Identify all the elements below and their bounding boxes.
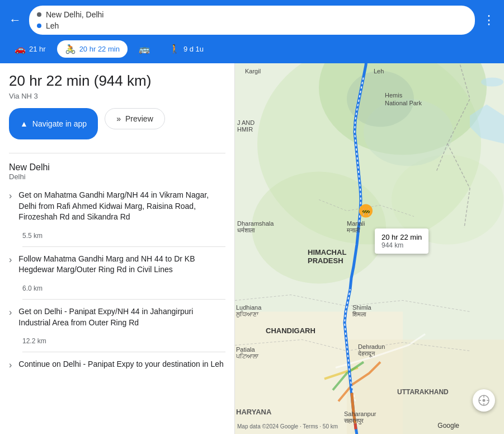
manali-label: Manaliमनाली — [347, 220, 365, 234]
from-dot-icon — [37, 12, 41, 17]
action-buttons: ▲ Navigate in app » Preview — [9, 108, 225, 139]
route-via: Via NH 3 — [9, 92, 225, 100]
more-button[interactable]: ⋮ — [481, 11, 497, 30]
start-location-name: New Delhi — [9, 162, 225, 172]
step-text-1: Get on Mahatma Gandhi Marg/NH 44 in Vikr… — [18, 190, 225, 223]
patiala-label: Patialaਪਟਿਆਲਾ — [236, 346, 258, 360]
main-content: 20 hr 22 min (944 km) Via NH 3 ▲ Navigat… — [0, 63, 504, 434]
jammu-label: J ANDHMIR — [237, 119, 255, 133]
dehradun-label: Dehradunदेहरादून — [358, 343, 385, 357]
step-item-4: › Continue on Delhi - Panipat Expy to yo… — [0, 352, 234, 377]
tab-car-label: 21 hr — [29, 45, 46, 53]
map-attribution: Map data ©2024 Google · Terms · 50 km — [237, 423, 338, 430]
shimla-label: Shimlaशिमला — [352, 304, 371, 318]
walk-icon: 🚶 — [169, 44, 180, 54]
bike-icon: 🚴 — [65, 44, 76, 54]
tab-transit[interactable]: 🚌 — [131, 40, 158, 58]
step-item-1: › Get on Mahatma Gandhi Marg/NH 44 in Vi… — [0, 183, 234, 230]
to-dot-icon — [37, 24, 41, 28]
to-label: Leh — [46, 21, 59, 30]
route-summary: 20 hr 22 min (944 km) Via NH 3 ▲ Navigat… — [0, 63, 234, 153]
back-button[interactable]: ← — [7, 11, 23, 30]
navigate-button[interactable]: ▲ Navigate in app — [9, 108, 98, 139]
step-text-3: Get on Delhi - Panipat Expy/NH 44 in Jah… — [18, 306, 225, 328]
hemis-label: HemisNational Park — [385, 91, 422, 108]
dharamshala-label: Dharamshalaधर्मशाला — [237, 220, 274, 234]
google-logo: Google — [437, 422, 459, 430]
location-icon — [478, 394, 490, 407]
route-info-duration: 20 hr 22 min — [381, 233, 422, 241]
route-to: Leh — [37, 21, 467, 30]
route-duration: 20 hr 22 min (944 km) — [9, 72, 225, 90]
route-info-distance: 944 km — [381, 241, 422, 249]
preview-label: Preview — [125, 114, 153, 123]
svg-point-15 — [481, 78, 503, 87]
left-panel: 20 hr 22 min (944 km) Via NH 3 ▲ Navigat… — [0, 63, 235, 434]
kargil-label: Kargil — [245, 68, 261, 74]
step-text-2: Follow Mahatma Gandhi Marg and NH 44 to … — [18, 254, 225, 276]
svg-point-17 — [483, 399, 486, 402]
navigate-label: Navigate in app — [32, 119, 87, 128]
preview-icon: » — [116, 114, 121, 123]
compass-button[interactable] — [473, 389, 495, 412]
transport-tabs: 🚗 21 hr 🚴 20 hr 22 min 🚌 🚶 9 d 1u — [0, 40, 504, 63]
svg-text:🚧: 🚧 — [362, 207, 370, 216]
navigate-icon: ▲ — [20, 119, 28, 128]
chandigarh-label: CHANDIGARH — [266, 326, 315, 335]
tab-car[interactable]: 🚗 21 hr — [7, 40, 54, 58]
haryana-label: HARYANA — [236, 408, 271, 416]
chevron-icon-4: › — [9, 360, 12, 370]
chevron-icon-2: › — [9, 255, 12, 265]
uttarakhand-label: UTTARAKHAND — [397, 388, 449, 396]
ludhiana-label: Ludhianaਲੁਧਿਆਣਾ — [236, 304, 261, 318]
start-location-sub: Delhi — [9, 172, 225, 181]
step-text-4: Continue on Delhi - Panipat Expy to your… — [18, 359, 225, 370]
tab-walk-label: 9 d 1u — [183, 45, 204, 53]
chevron-icon-1: › — [9, 191, 12, 201]
car-icon: 🚗 — [15, 44, 26, 54]
route-info-box: 20 hr 22 min 944 km — [375, 228, 428, 254]
saharanpur-label: Saharanpurसहारनपुर — [344, 410, 376, 424]
step-distance-2: 6.0 km — [0, 282, 234, 299]
map-area[interactable]: 🚧 Kargil Leh HemisNational Park J ANDHMI… — [235, 63, 504, 434]
bus-icon: 🚌 — [139, 44, 150, 54]
header: ← New Delhi, Delhi Leh ⋮ — [0, 0, 504, 40]
chevron-icon-3: › — [9, 307, 12, 318]
step-item-3: › Get on Delhi - Panipat Expy/NH 44 in J… — [0, 300, 234, 335]
step-distance-3: 12.2 km — [0, 335, 234, 352]
leh-label: Leh — [374, 68, 384, 74]
location-header: New Delhi Delhi — [0, 153, 234, 183]
himachal-label: HIMACHALPRADESH — [308, 248, 346, 265]
route-box: New Delhi, Delhi Leh — [29, 6, 475, 35]
preview-button[interactable]: » Preview — [105, 108, 165, 129]
route-from: New Delhi, Delhi — [37, 10, 467, 19]
tab-bike-label: 20 hr 22 min — [79, 45, 120, 53]
step-distance-1: 5.5 km — [0, 230, 234, 246]
step-item-2: › Follow Mahatma Gandhi Marg and NH 44 t… — [0, 247, 234, 282]
tab-bike[interactable]: 🚴 20 hr 22 min — [57, 40, 128, 58]
tab-walk[interactable]: 🚶 9 d 1u — [161, 40, 211, 58]
from-label: New Delhi, Delhi — [46, 10, 103, 19]
